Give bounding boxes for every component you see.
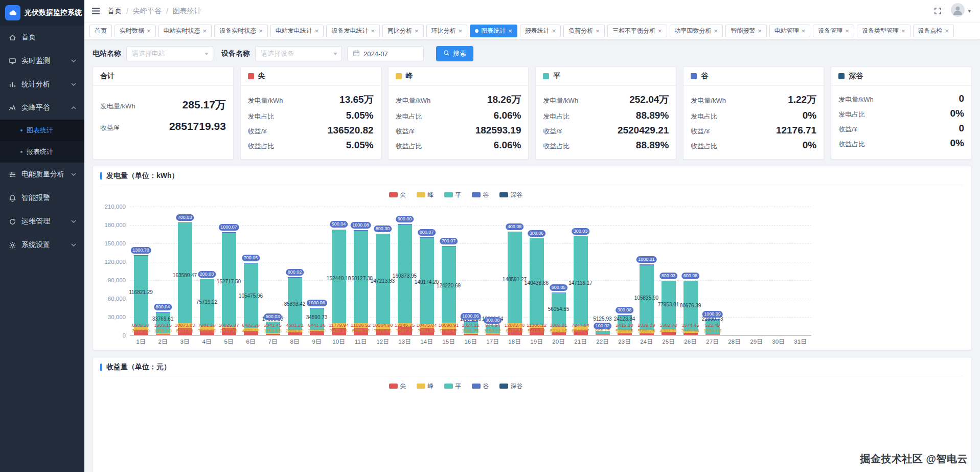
- legend-item-谷[interactable]: 谷: [472, 382, 489, 391]
- bar-group-12日[interactable]: 147213.8310204.987078.86500.30: [372, 207, 394, 335]
- bar-group-6日[interactable]: 105475.966483.394830.12700.05: [240, 207, 262, 335]
- tab-label: 环比分析: [431, 27, 456, 35]
- tab-close-icon[interactable]: ×: [459, 28, 463, 34]
- tab-close-icon[interactable]: ×: [596, 28, 600, 34]
- tab-首页[interactable]: 首页: [89, 25, 112, 37]
- tab-同比分析[interactable]: 同比分析×: [382, 25, 424, 37]
- tab-close-icon[interactable]: ×: [945, 28, 949, 34]
- legend-item-尖[interactable]: 尖: [389, 382, 406, 391]
- device-select[interactable]: 请选择设备: [255, 46, 342, 61]
- tab-电站发电统计[interactable]: 电站发电统计×: [270, 25, 324, 37]
- bar-group-2日[interactable]: 33769.611203.151650.20800.04: [152, 207, 174, 335]
- tab-close-icon[interactable]: ×: [758, 28, 762, 34]
- sidebar-item-尖峰平谷[interactable]: 尖峰平谷: [0, 96, 84, 120]
- bar-group-20日[interactable]: 56054.553882.218334.95600.05: [548, 207, 569, 335]
- tab-close-icon[interactable]: ×: [203, 28, 207, 34]
- tab-设备实时状态[interactable]: 设备实时状态×: [214, 25, 268, 37]
- fullscreen-icon[interactable]: [934, 7, 942, 15]
- bar-group-28日[interactable]: [723, 207, 745, 335]
- legend-item-尖[interactable]: 尖: [389, 191, 406, 199]
- legend-item-平[interactable]: 平: [444, 191, 462, 199]
- tab-close-icon[interactable]: ×: [147, 28, 151, 34]
- tab-负荷分析[interactable]: 负荷分析×: [563, 25, 605, 37]
- bar-group-18日[interactable]: 148591.2712073.486937.36400.08: [504, 207, 526, 335]
- bar-group-14日[interactable]: 140174.2010475.047831.04800.07: [416, 207, 438, 335]
- legend-item-谷[interactable]: 谷: [472, 191, 489, 199]
- tab-功率因数分析[interactable]: 功率因数分析×: [670, 25, 723, 37]
- tab-报表统计[interactable]: 报表统计×: [520, 25, 561, 37]
- sidebar-item-运维管理[interactable]: 运维管理: [0, 210, 84, 233]
- month-picker[interactable]: 2024-07: [347, 46, 424, 61]
- bar-group-10日[interactable]: 152440.1011779.947432.13500.04: [328, 207, 350, 335]
- sidebar-item-实时监测[interactable]: 实时监测: [0, 49, 84, 73]
- legend-item-峰[interactable]: 峰: [417, 382, 434, 391]
- home-icon: [8, 34, 16, 41]
- bar-group-24日[interactable]: 105835.902839.095050.281000.01: [635, 207, 657, 335]
- bar-group-30日[interactable]: [767, 207, 789, 335]
- bar-group-7日[interactable]: 17538.832041.451753.88500.03: [262, 207, 284, 335]
- tab-close-icon[interactable]: ×: [802, 28, 806, 34]
- legend-item-平[interactable]: 平: [444, 382, 462, 391]
- bar-group-27日[interactable]: 22990.73522.451303.151000.09: [701, 207, 723, 335]
- tab-close-icon[interactable]: ×: [415, 28, 419, 34]
- bar-group-29日[interactable]: [745, 207, 767, 335]
- bar-group-31日[interactable]: [789, 207, 811, 335]
- tab-图表统计[interactable]: 图表统计×: [470, 25, 517, 37]
- tab-close-icon[interactable]: ×: [658, 28, 662, 34]
- legend-item-峰[interactable]: 峰: [417, 191, 434, 199]
- bar-group-3日[interactable]: 163580.4710873.838207.01700.03: [174, 207, 196, 335]
- tab-电站实时状态[interactable]: 电站实时状态×: [158, 25, 212, 37]
- tab-close-icon[interactable]: ×: [552, 28, 556, 34]
- bar-group-13日[interactable]: 160373.9512245.257187.17900.00: [394, 207, 416, 335]
- bar-label-峰: 8207.01: [176, 328, 193, 333]
- bar-group-25日[interactable]: 77953.015302.704302.71800.03: [657, 207, 679, 335]
- sidebar-item-统计分析[interactable]: 统计分析: [0, 73, 84, 96]
- tab-智能报警[interactable]: 智能报警×: [725, 25, 767, 37]
- tab-实时数据[interactable]: 实时数据×: [115, 25, 156, 37]
- bar-group-26日[interactable]: 80676.393574.453105.64600.08: [679, 207, 701, 335]
- tab-三相不平衡分析[interactable]: 三相不平衡分析×: [607, 25, 667, 37]
- legend-item-深谷[interactable]: 深谷: [499, 382, 523, 391]
- bar-group-9日[interactable]: 34890.736441.362210.301000.06: [306, 207, 328, 335]
- tab-设备发电统计[interactable]: 设备发电统计×: [326, 25, 380, 37]
- tab-close-icon[interactable]: ×: [901, 28, 905, 34]
- legend-item-深谷[interactable]: 深谷: [499, 191, 523, 199]
- bar-group-11日[interactable]: 150127.3811026.528585.251000.08: [350, 207, 372, 335]
- station-select[interactable]: 请选择电站: [126, 46, 213, 61]
- tab-close-icon[interactable]: ×: [508, 28, 512, 34]
- legend-label: 峰: [428, 382, 434, 391]
- sidebar-subitem-图表统计[interactable]: 图表统计: [0, 120, 84, 141]
- bar-group-1日[interactable]: 116821.298605.373612.791300.70: [130, 207, 152, 335]
- tab-设备点检[interactable]: 设备点检×: [913, 25, 954, 37]
- bar-group-17日[interactable]: 13399.54974.641150.22300.08: [482, 207, 504, 335]
- tab-close-icon[interactable]: ×: [371, 28, 375, 34]
- bar-group-4日[interactable]: 75719.227281.297513.05200.03: [196, 207, 218, 335]
- tab-设备类型管理[interactable]: 设备类型管理×: [857, 25, 910, 37]
- sidebar-item-智能报警[interactable]: 智能报警: [0, 186, 84, 210]
- tab-close-icon[interactable]: ×: [845, 28, 849, 34]
- sidebar-item-首页[interactable]: 首页: [0, 26, 84, 49]
- search-button[interactable]: 搜索: [436, 46, 473, 61]
- tab-环比分析[interactable]: 环比分析×: [426, 25, 468, 37]
- tab-电站管理[interactable]: 电站管理×: [769, 25, 811, 37]
- tab-close-icon[interactable]: ×: [259, 28, 263, 34]
- tab-close-icon[interactable]: ×: [714, 28, 718, 34]
- sidebar-subitem-报表统计[interactable]: 报表统计: [0, 141, 84, 163]
- tab-close-icon[interactable]: ×: [315, 28, 319, 34]
- bar-group-19日[interactable]: 140438.6611308.125410.33300.06: [526, 207, 548, 335]
- settings-gear-icon: [8, 241, 16, 249]
- bar-group-5日[interactable]: 152717.5010825.872617.781000.07: [218, 207, 240, 335]
- breadcrumb-parent[interactable]: 尖峰平谷: [133, 7, 162, 16]
- tab-设备管理[interactable]: 设备管理×: [813, 25, 854, 37]
- sidebar-item-电能质量分析[interactable]: 电能质量分析: [0, 163, 84, 186]
- bar-group-16日[interactable]: 18271.261327.121831.761000.06: [460, 207, 482, 335]
- bar-group-22日[interactable]: 5125.93512.59905.17100.02: [591, 207, 613, 335]
- sidebar-item-系统设置[interactable]: 系统设置: [0, 233, 84, 257]
- bar-group-23日[interactable]: 24123.842412.385305.85300.08: [613, 207, 635, 335]
- bar-group-15日[interactable]: 124220.6910090.919792.42700.07: [438, 207, 460, 335]
- user-menu[interactable]: ▾: [951, 3, 971, 19]
- hamburger-menu-icon[interactable]: [92, 7, 100, 15]
- bar-group-8日[interactable]: 85893.424601.212904.42800.02: [284, 207, 306, 335]
- breadcrumb-home[interactable]: 首页: [107, 7, 122, 16]
- bar-group-21日[interactable]: 147116.177247.846549.27300.03: [569, 207, 591, 335]
